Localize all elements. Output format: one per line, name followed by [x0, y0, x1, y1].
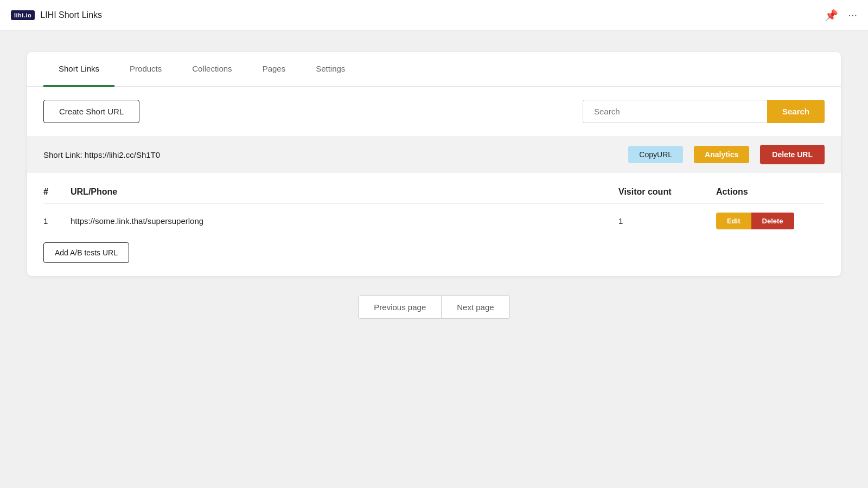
table-area: # URL/Phone Visitor count Actions 1 http… — [27, 173, 841, 276]
tab-short-links[interactable]: Short Links — [43, 52, 114, 87]
logo: lihi.io — [11, 10, 35, 20]
action-group: Edit Delete — [716, 213, 825, 229]
row-visitor-count: 1 — [618, 216, 716, 226]
table-header: # URL/Phone Visitor count Actions — [43, 178, 825, 204]
previous-page-button[interactable]: Previous page — [358, 296, 442, 319]
search-input[interactable] — [583, 100, 767, 123]
search-button[interactable]: Search — [767, 100, 825, 123]
tab-pages[interactable]: Pages — [247, 52, 301, 87]
pagination: Previous page Next page — [27, 296, 841, 319]
topbar-right: 📌 ··· — [825, 9, 857, 22]
create-short-url-button[interactable]: Create Short URL — [43, 100, 139, 123]
short-link-text: Short Link: https://lihi2.cc/Sh1T0 — [43, 150, 617, 159]
col-header-actions: Actions — [716, 187, 825, 197]
copy-url-button[interactable]: CopyURL — [628, 146, 683, 163]
topbar: lihi.io LIHI Short Links 📌 ··· — [0, 0, 868, 30]
short-link-row: Short Link: https://lihi2.cc/Sh1T0 CopyU… — [27, 136, 841, 173]
table-row: 1 https://some.link.that/supersuperlong … — [43, 204, 825, 238]
row-url: https://some.link.that/supersuperlong — [71, 216, 618, 226]
add-ab-tests-url-button[interactable]: Add A/B tests URL — [43, 242, 129, 263]
delete-button[interactable]: Delete — [751, 213, 794, 229]
main-area: Short Links Products Collections Pages S… — [0, 30, 868, 488]
main-card: Short Links Products Collections Pages S… — [27, 52, 841, 276]
tab-settings[interactable]: Settings — [301, 52, 360, 87]
tab-products[interactable]: Products — [114, 52, 177, 87]
next-page-button[interactable]: Next page — [442, 296, 509, 319]
col-header-url: URL/Phone — [71, 187, 618, 197]
delete-url-button[interactable]: Delete URL — [760, 145, 825, 164]
toolbar: Create Short URL Search — [27, 87, 841, 136]
analytics-button[interactable]: Analytics — [694, 146, 749, 163]
edit-button[interactable]: Edit — [716, 213, 751, 229]
table-rows: 1 https://some.link.that/supersuperlong … — [43, 204, 825, 238]
topbar-left: lihi.io LIHI Short Links — [11, 10, 102, 20]
pin-icon[interactable]: 📌 — [825, 9, 838, 22]
tab-bar: Short Links Products Collections Pages S… — [27, 52, 841, 87]
more-options-icon[interactable]: ··· — [848, 9, 857, 21]
row-num: 1 — [43, 216, 71, 226]
col-header-visitor: Visitor count — [618, 187, 716, 197]
row-actions: Edit Delete — [716, 213, 825, 229]
app-title: LIHI Short Links — [40, 10, 102, 20]
tab-collections[interactable]: Collections — [177, 52, 247, 87]
col-header-num: # — [43, 187, 71, 197]
search-area: Search — [583, 100, 825, 123]
